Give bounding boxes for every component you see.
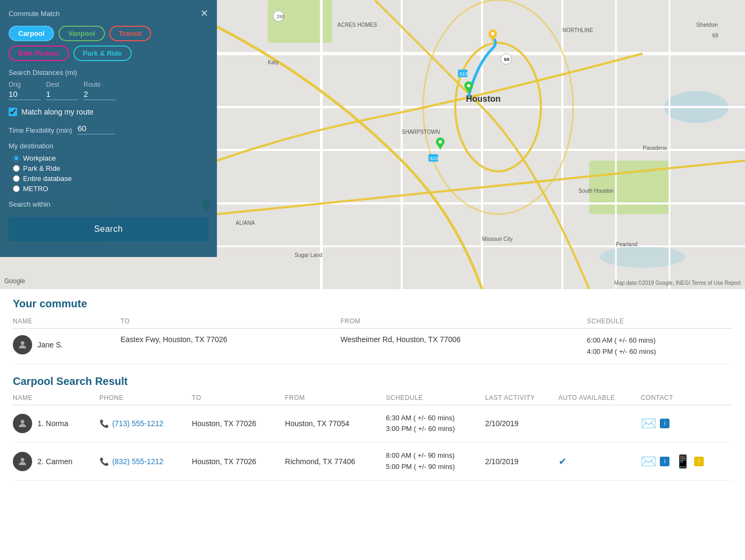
result-carmen-schedule-text: 8:00 AM ( +/- 90 mins)5:00 PM ( +/- 90 m… bbox=[386, 450, 480, 473]
radio-metro-input[interactable] bbox=[13, 185, 20, 192]
auto-available-checkmark: ✔ bbox=[559, 456, 567, 467]
svg-text:Pearland: Pearland bbox=[616, 241, 637, 247]
distances-row: Orig Dest Route bbox=[9, 81, 208, 100]
result-col-from: FROM bbox=[285, 392, 386, 405]
result-norma-name-group: 1. Norma bbox=[13, 414, 95, 433]
match-route-checkbox[interactable] bbox=[9, 108, 17, 116]
svg-text:610: 610 bbox=[430, 156, 438, 161]
svg-point-51 bbox=[21, 341, 25, 345]
search-distances-label: Search Distances (mi) bbox=[9, 69, 208, 77]
result-col-schedule: SCHEDULE bbox=[386, 392, 485, 405]
mode-btn-bike[interactable]: Bike Partner bbox=[9, 46, 69, 61]
svg-text:Pasadena: Pasadena bbox=[643, 145, 667, 151]
phone-contact-icon[interactable]: 📱 bbox=[675, 454, 691, 469]
result-carmen-auto: ✔ bbox=[559, 443, 641, 481]
time-flexibility-row: Time Flexibility (min) bbox=[9, 124, 208, 134]
result-col-contact: CONTACT bbox=[641, 392, 732, 405]
radio-workplace-label: Workplace bbox=[23, 154, 56, 162]
radio-metro-label: METRO bbox=[23, 185, 48, 193]
expand-icon[interactable]: ✕ bbox=[200, 7, 208, 19]
match-row: Match along my route bbox=[9, 108, 208, 116]
time-flexibility-input[interactable] bbox=[78, 124, 115, 134]
result-row-carmen: 2. Carmen 📞 (832) 555-1212 Houston, TX 7… bbox=[13, 443, 732, 481]
radio-entire-label: Entire database bbox=[23, 175, 72, 183]
search-within-label: Search within bbox=[9, 200, 67, 208]
radio-parkride[interactable]: Park & Ride bbox=[13, 164, 208, 172]
carpool-result-title: Carpool Search Result bbox=[13, 375, 732, 388]
radio-parkride-input[interactable] bbox=[13, 165, 20, 172]
mode-buttons-group: Carpool Vanpool Transit Bike Partner Par… bbox=[9, 26, 208, 61]
result-carmen-from: Richmond, TX 77406 bbox=[285, 443, 386, 481]
commute-jane-name: Jane S. bbox=[37, 340, 63, 349]
commute-table-body: Jane S. Eastex Fwy, Houston, TX 77026 We… bbox=[13, 329, 732, 365]
result-norma-contact: ✉️ i bbox=[641, 405, 732, 443]
result-col-auto: AUTO AVAILABLE bbox=[559, 392, 641, 405]
svg-text:610: 610 bbox=[460, 71, 468, 77]
result-carmen-name-group: 2. Carmen bbox=[13, 452, 95, 471]
svg-point-42 bbox=[467, 84, 470, 87]
svg-point-2 bbox=[600, 246, 686, 268]
search-panel: Commute Match ✕ Carpool Vanpool Transit … bbox=[0, 0, 217, 257]
result-col-phone: PHONE bbox=[100, 392, 192, 405]
commute-table: NAME TO FROM SCHEDULE Jane S. Eastex Fwy… bbox=[13, 315, 732, 365]
result-norma-name-cell: 1. Norma bbox=[13, 405, 100, 443]
search-within-row: Search within bbox=[9, 200, 208, 208]
commute-col-name: NAME bbox=[13, 315, 121, 329]
result-norma-from: Houston, TX 77054 bbox=[285, 405, 386, 443]
orig-input[interactable] bbox=[9, 89, 41, 100]
radio-metro[interactable]: METRO bbox=[13, 185, 208, 193]
phone-icon-2: 📞 bbox=[100, 457, 109, 466]
badge-icon-2: i bbox=[660, 457, 669, 466]
result-norma-schedule: 6:30 AM ( +/- 60 mins)3:00 PM ( +/- 60 m… bbox=[386, 405, 485, 443]
route-group: Route bbox=[84, 81, 116, 100]
radio-entire[interactable]: Entire database bbox=[13, 175, 208, 183]
result-norma-avatar bbox=[13, 414, 32, 433]
result-norma-phone-link[interactable]: 📞 (713) 555-1212 bbox=[100, 419, 164, 428]
mode-btn-vanpool[interactable]: Vanpool bbox=[58, 26, 105, 41]
panel-header: Commute Match ✕ bbox=[9, 7, 208, 19]
radio-entire-input[interactable] bbox=[13, 175, 20, 182]
email-icon[interactable]: ✉️ bbox=[641, 416, 657, 431]
mode-btn-carpool[interactable]: Carpool bbox=[9, 26, 54, 41]
phone-icon: 📞 bbox=[100, 419, 109, 428]
svg-text:Houston: Houston bbox=[466, 94, 501, 103]
destination-options: Workplace Park & Ride Entire database ME… bbox=[9, 154, 208, 193]
svg-text:290: 290 bbox=[276, 14, 284, 19]
svg-text:ALIANA: ALIANA bbox=[236, 220, 255, 226]
svg-text:Sheldon: Sheldon bbox=[696, 21, 718, 28]
your-commute-title: Your commute bbox=[13, 298, 732, 310]
mode-btn-transit[interactable]: Transit bbox=[109, 26, 152, 41]
time-flexibility-label: Time Flexibility (min) bbox=[9, 126, 72, 134]
result-carmen-phone-link[interactable]: 📞 (832) 555-1212 bbox=[100, 457, 164, 466]
match-route-label: Match along my route bbox=[21, 108, 94, 116]
result-norma-phone: 📞 (713) 555-1212 bbox=[100, 405, 192, 443]
orig-label: Orig bbox=[9, 81, 21, 88]
orig-group: Orig bbox=[9, 81, 41, 100]
result-col-activity: LAST ACTIVITY bbox=[485, 392, 559, 405]
result-carmen-contact: ✉️ i 📱 i bbox=[641, 443, 732, 481]
radio-workplace[interactable]: Workplace bbox=[13, 154, 208, 162]
result-carmen-name: 2. Carmen bbox=[37, 457, 72, 466]
mode-btn-parkride[interactable]: Park & Ride bbox=[73, 46, 132, 61]
map-container: Houston Sheldon 69 ACRES HOMES NORTHLINE… bbox=[0, 0, 745, 289]
result-carmen-schedule: 8:00 AM ( +/- 90 mins)5:00 PM ( +/- 90 m… bbox=[386, 443, 485, 481]
svg-point-53 bbox=[21, 458, 25, 461]
result-row-norma: 1. Norma 📞 (713) 555-1212 Houston, TX 77… bbox=[13, 405, 732, 443]
commute-jane-from: Westheimer Rd, Houston, TX 77006 bbox=[341, 329, 587, 365]
result-norma-phone-number: (713) 555-1212 bbox=[112, 419, 163, 428]
result-norma-to: Houston, TX 77026 bbox=[192, 405, 285, 443]
route-input[interactable] bbox=[84, 89, 116, 100]
svg-text:69: 69 bbox=[504, 57, 509, 62]
search-button[interactable]: Search bbox=[9, 217, 208, 241]
dest-input[interactable] bbox=[46, 89, 78, 100]
email-icon-2[interactable]: ✉️ bbox=[641, 454, 657, 469]
commute-col-to: TO bbox=[121, 315, 341, 329]
route-label: Route bbox=[84, 81, 101, 88]
destination-row: My destination bbox=[9, 142, 208, 150]
result-norma-contact-icons: ✉️ i bbox=[641, 416, 728, 431]
radio-workplace-input[interactable] bbox=[13, 155, 20, 162]
svg-point-48 bbox=[439, 140, 442, 143]
svg-text:Katy: Katy bbox=[268, 59, 279, 65]
result-carmen-to: Houston, TX 77026 bbox=[192, 443, 285, 481]
svg-text:SHARPSTOWN: SHARPSTOWN bbox=[402, 129, 440, 135]
